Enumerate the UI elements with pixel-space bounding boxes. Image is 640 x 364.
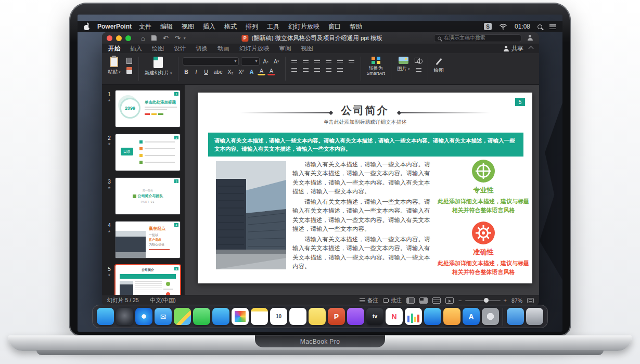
slide-subtitle[interactable]: 单击此处添加副标题或详细文本描述 <box>198 119 532 126</box>
font-color-button[interactable]: A <box>267 68 275 75</box>
ribbon-tab-2[interactable]: 插入 <box>130 45 142 53</box>
home-icon[interactable]: ⌂ <box>141 35 145 42</box>
font-size-select[interactable] <box>241 57 260 66</box>
font-name-select[interactable] <box>183 57 239 66</box>
menu-item-6[interactable]: 排列 <box>246 22 258 31</box>
ribbon-tab-9[interactable]: 视图 <box>301 45 313 53</box>
zoom-slider-knob[interactable] <box>484 298 489 303</box>
insert-shapes-button[interactable] <box>414 57 424 64</box>
slide-thumbnail-3[interactable]: 3 第一部分 公司简介与团队 PART 01 <box>116 178 180 214</box>
menu-item-2[interactable]: 编辑 <box>160 22 173 31</box>
slide-sorter-view-button[interactable] <box>419 297 428 304</box>
dock-settings-icon[interactable] <box>482 308 499 325</box>
dock-mail-icon[interactable]: ✉ <box>155 308 172 325</box>
dock-appstore-icon[interactable]: A <box>463 308 480 325</box>
format-painter-button[interactable] <box>125 67 134 74</box>
share-person-icon[interactable] <box>527 35 533 41</box>
dock-facetime-icon[interactable] <box>212 308 229 325</box>
redo-icon[interactable]: ↷ <box>175 35 181 42</box>
italic-button[interactable]: I <box>193 68 200 75</box>
paste-button[interactable]: 粘贴▾ <box>106 56 122 76</box>
menu-item-4[interactable]: 插入 <box>203 22 215 31</box>
strikethrough-button[interactable]: abc <box>212 68 224 75</box>
intro-banner[interactable]: 请输入有关文本描述，请输入一些文本内容。请输入有关文本描述，请输入一些文本内容。… <box>208 133 523 157</box>
ribbon-tab-7[interactable]: 幻灯片放映 <box>239 45 270 53</box>
text-effects-button[interactable]: A <box>248 68 255 75</box>
slideshow-view-button[interactable] <box>445 297 454 304</box>
undo-icon[interactable]: ↶ <box>163 35 169 42</box>
columns-button[interactable] <box>336 67 345 74</box>
share-button[interactable]: 共享 <box>503 44 523 53</box>
superscript-button[interactable]: X² <box>237 68 246 75</box>
draw-button[interactable]: 绘图 <box>432 56 445 75</box>
menubar-clock[interactable]: 01:08 <box>515 23 530 30</box>
dock-pages-icon[interactable] <box>443 308 460 325</box>
dock-launchpad-icon[interactable] <box>116 308 133 325</box>
notification-center-icon[interactable] <box>549 24 556 29</box>
collapse-ribbon-chevron-icon[interactable] <box>529 46 534 51</box>
dock-downloads-icon[interactable] <box>507 308 524 325</box>
highlight-color-button[interactable]: A <box>258 68 265 75</box>
app-menu-name[interactable]: PowerPoint <box>97 23 132 30</box>
menu-item-9[interactable]: 窗口 <box>328 22 341 31</box>
ribbon-tab-8[interactable]: 审阅 <box>279 45 291 53</box>
slide-editing-area[interactable]: 5 公司简介 单击此处添加副标题或详细文本描述 请输入有关文本描述，请输入一些文… <box>198 93 532 283</box>
slide-canvas[interactable]: 5 公司简介 单击此处添加副标题或详细文本描述 请输入有关文本描述，请输入一些文… <box>185 85 539 295</box>
menu-item-7[interactable]: 工具 <box>267 22 279 31</box>
ribbon-tab-6[interactable]: 动画 <box>217 45 229 53</box>
underline-button[interactable]: U <box>202 68 210 75</box>
building-photo[interactable] <box>216 161 286 269</box>
notes-toggle[interactable]: 备注 <box>360 297 378 304</box>
ribbon-tab-4[interactable]: 设计 <box>174 45 186 53</box>
slide-title[interactable]: 公司简介 <box>198 103 532 118</box>
insert-picture-button[interactable]: 图片▾ <box>395 56 412 73</box>
align-center-button[interactable] <box>301 67 311 74</box>
dock-news-icon[interactable]: N <box>386 308 403 325</box>
wifi-icon[interactable] <box>499 23 507 30</box>
save-icon[interactable] <box>151 35 157 41</box>
align-right-button[interactable] <box>313 67 322 74</box>
dock-reminders-icon[interactable] <box>289 308 306 325</box>
grow-font-button[interactable]: A▴ <box>262 58 271 66</box>
dock-tv-icon[interactable]: tv <box>366 308 383 325</box>
reading-view-button[interactable] <box>432 297 441 304</box>
zoom-window-button[interactable] <box>125 35 131 41</box>
normal-view-button[interactable] <box>406 297 415 304</box>
body-text-block[interactable]: 请输入有关文本描述，请输入一些文本内容。请输入有关文本描述，请输入一些文本内容。… <box>292 160 431 272</box>
zoom-slider[interactable] <box>465 300 501 301</box>
menu-item-5[interactable]: 格式 <box>224 22 237 31</box>
ribbon-tab-1[interactable]: 开始 <box>108 45 120 53</box>
ribbon-tab-3[interactable]: 绘图 <box>152 45 164 53</box>
menu-item-3[interactable]: 视图 <box>182 22 194 31</box>
menu-item-1[interactable]: 文件 <box>139 22 151 31</box>
dock-calendar-icon[interactable]: 10 <box>270 308 287 325</box>
minimize-window-button[interactable] <box>116 35 122 41</box>
new-slide-button[interactable]: 新建幻灯片▾ <box>143 56 174 77</box>
slide-thumbnail-1[interactable]: 1 2099 单击此处添加标题 <box>116 90 180 127</box>
close-window-button[interactable] <box>107 35 112 41</box>
dock-keynote-icon[interactable] <box>424 308 441 325</box>
numbering-button[interactable] <box>301 57 311 64</box>
dock-messages-icon[interactable] <box>193 308 210 325</box>
copy-button[interactable] <box>125 57 134 64</box>
increase-indent-button[interactable] <box>324 57 334 64</box>
slide-thumbnail-4[interactable]: 4 赢在起点 一切以 客户需求 为核心价值 <box>116 222 180 258</box>
bold-button[interactable]: B <box>183 68 190 75</box>
fit-slide-to-window-icon[interactable] <box>527 298 534 303</box>
dock-trash-icon[interactable] <box>526 308 543 325</box>
zoom-percentage[interactable]: 87% <box>511 297 522 304</box>
zoom-out-button[interactable]: − <box>458 297 462 304</box>
dock-finder-icon[interactable] <box>97 308 114 325</box>
align-left-button[interactable] <box>290 67 299 74</box>
dock-safari-icon[interactable] <box>135 308 152 325</box>
line-spacing-button[interactable] <box>336 57 345 64</box>
feature-professional[interactable]: 专业性 此处添加详细文本描述，建议与标题相关并符合整体语言风格 <box>435 159 532 214</box>
dock-stickies-icon[interactable] <box>309 308 326 325</box>
language-indicator[interactable]: 中文(中国) <box>150 297 176 304</box>
bullets-button[interactable] <box>290 57 299 64</box>
document-search-field[interactable]: 在演示文稿中搜索 <box>434 34 521 42</box>
spotlight-search-icon[interactable] <box>537 24 542 29</box>
toolbar-options-caret-icon[interactable]: ▾ <box>184 36 186 41</box>
justify-button[interactable] <box>324 67 334 74</box>
status-app-icon[interactable]: S <box>484 23 492 30</box>
